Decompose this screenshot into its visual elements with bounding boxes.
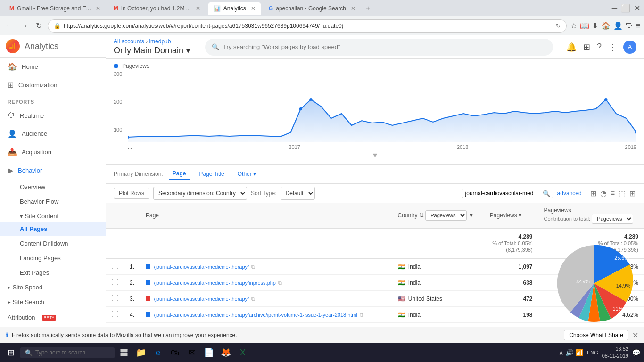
row2-page-link[interactable]: /journal-cardiovascular-medicine-therapy… xyxy=(154,280,276,286)
new-tab-button[interactable]: + xyxy=(363,3,373,14)
dim-option-page-title[interactable]: Page Title xyxy=(195,169,228,179)
start-button[interactable]: ⊞ xyxy=(4,346,18,360)
nav-behavior-flow[interactable]: Behavior Flow xyxy=(0,194,106,209)
choose-share-button[interactable]: Choose What I Share xyxy=(564,330,628,340)
taskbar-mail[interactable]: ✉ xyxy=(184,345,199,360)
url-bar[interactable]: 🔒 https://analytics.google.com/analytics… xyxy=(48,19,567,33)
help-icon[interactable]: ? xyxy=(597,42,602,52)
th-pageviews[interactable]: Pageviews ▾ xyxy=(484,203,538,228)
taskbar-store[interactable]: 🛍 xyxy=(167,345,182,360)
nav-site-content[interactable]: ▾ Site Content xyxy=(0,209,106,222)
table-search-icon[interactable]: 🔍 xyxy=(543,190,550,197)
user-avatar[interactable]: A xyxy=(623,41,636,54)
country-sort-icon[interactable]: ⇅ xyxy=(419,212,424,219)
row3-page-link[interactable]: /journal-cardiovascular-medicine-therapy… xyxy=(154,296,249,302)
row2-pageviews: 638 xyxy=(484,275,538,291)
tab-analytics[interactable]: 📊 Analytics ✕ xyxy=(208,2,261,15)
profile-icon[interactable]: 👤 xyxy=(613,21,623,30)
notification-icon[interactable]: 🔔 xyxy=(566,42,577,52)
advanced-link[interactable]: advanced xyxy=(557,190,582,197)
apps-icon[interactable]: ⊞ xyxy=(583,42,590,52)
table-search-bar[interactable]: 🔍 xyxy=(462,189,553,198)
comparison-view-icon[interactable]: ⬚ xyxy=(618,188,627,199)
row4-checkbox[interactable] xyxy=(112,311,118,317)
taskbar-file-explorer[interactable]: 📁 xyxy=(133,345,149,360)
dim-option-page[interactable]: Page xyxy=(169,168,190,180)
restore-button[interactable]: ⬜ xyxy=(621,4,630,13)
tab-google-close[interactable]: ✕ xyxy=(351,5,355,12)
table-view-icon[interactable]: ⊞ xyxy=(589,188,597,199)
dim-option-other[interactable]: Other ▾ xyxy=(234,169,260,179)
pageviews-sort-select[interactable]: Pageviews xyxy=(425,210,467,221)
tab-gmail-close[interactable]: ✕ xyxy=(96,5,100,12)
pie-view-icon[interactable]: ◔ xyxy=(599,188,608,199)
main-search-bar[interactable]: 🔍 xyxy=(205,39,553,56)
nav-realtime[interactable]: ⏱ Realtime xyxy=(0,107,106,124)
row4-page-link[interactable]: /journal-cardiovascular-medicine-therapy… xyxy=(154,312,357,318)
ga-logo xyxy=(6,39,20,53)
tab-analytics-close[interactable]: ✕ xyxy=(251,5,256,12)
property-dropdown-icon[interactable]: ▾ xyxy=(186,46,190,55)
tab-october-close[interactable]: ✕ xyxy=(196,5,200,12)
taskbar-search[interactable]: 🔍 xyxy=(20,347,115,358)
taskbar-file[interactable]: 📄 xyxy=(201,345,216,360)
tab-october[interactable]: M In October, you had 1.2M ... ✕ xyxy=(108,2,206,15)
tab-gmail[interactable]: M Gmail - Free Storage and E... ✕ xyxy=(4,2,106,15)
row3-checkbox[interactable] xyxy=(112,295,118,301)
nav-attribution[interactable]: Attribution BETA xyxy=(0,309,106,326)
star-icon[interactable]: ☆ xyxy=(570,21,577,30)
main-search-input[interactable] xyxy=(223,43,546,50)
home-icon[interactable]: 🏠 xyxy=(601,21,611,30)
close-window-button[interactable]: ✕ xyxy=(634,4,640,13)
menu-icon[interactable]: ≡ xyxy=(636,22,640,30)
nav-exit-pages[interactable]: Exit Pages xyxy=(0,265,106,280)
tab-google[interactable]: G apechallan - Google Search ✕ xyxy=(263,2,361,15)
taskbar-excel[interactable]: X xyxy=(235,345,250,360)
minimize-button[interactable]: ─ xyxy=(612,4,617,13)
row4-copy-icon[interactable]: ⧉ xyxy=(360,312,363,318)
nav-customization[interactable]: ⊞ Customization xyxy=(0,76,106,94)
nav-site-search[interactable]: ▸ Site Search xyxy=(0,295,106,309)
shield-icon[interactable]: 🛡 xyxy=(626,22,633,30)
nav-content-drilldown[interactable]: Content Drilldown xyxy=(0,236,106,251)
row3-copy-icon[interactable]: ⧉ xyxy=(251,296,255,302)
nav-audience[interactable]: 👤 Audience xyxy=(0,124,106,143)
nav-site-speed[interactable]: ▸ Site Speed xyxy=(0,280,106,295)
nav-behavior[interactable]: ▶ Behavior xyxy=(0,161,106,180)
row1-checkbox[interactable] xyxy=(112,263,118,269)
nav-home[interactable]: 🏠 Home xyxy=(0,58,106,76)
notification-close-button[interactable]: ✕ xyxy=(632,331,638,340)
sort-type-select[interactable]: Default xyxy=(281,187,315,200)
table-search-input[interactable] xyxy=(465,190,541,197)
pivot-view-icon[interactable]: ⊞ xyxy=(628,188,636,199)
nav-landing-pages[interactable]: Landing Pages xyxy=(0,251,106,265)
imedpub-link[interactable]: imedpub xyxy=(149,38,171,45)
row2-copy-icon[interactable]: ⧉ xyxy=(278,280,282,286)
sort-dir-icon[interactable]: ▼ xyxy=(469,212,474,219)
nav-all-pages[interactable]: All Pages xyxy=(0,222,106,236)
taskbar-firefox[interactable]: 🦊 xyxy=(218,345,233,360)
more-options-icon[interactable]: ⋮ xyxy=(608,42,617,52)
back-button[interactable]: ← xyxy=(4,20,15,32)
notifications-icon[interactable]: 💬 xyxy=(632,349,640,356)
forward-button[interactable]: → xyxy=(19,20,30,32)
row1-country-name: India xyxy=(408,263,421,270)
reader-icon[interactable]: 📖 xyxy=(580,21,589,30)
nav-overview[interactable]: Overview xyxy=(0,180,106,194)
tab-october-label: In October, you had 1.2M ... xyxy=(121,5,191,12)
chart-scroll-indicator[interactable]: ▾ xyxy=(114,150,636,160)
taskbar-edge[interactable]: e xyxy=(150,345,165,360)
row1-copy-icon[interactable]: ⧉ xyxy=(251,264,255,270)
download-icon[interactable]: ⬇ xyxy=(592,21,598,30)
row2-checkbox[interactable] xyxy=(112,279,118,285)
reload-button[interactable]: ↻ xyxy=(34,19,44,32)
taskbar-task-view[interactable] xyxy=(116,345,132,360)
plot-rows-button[interactable]: Plot Rows xyxy=(114,188,149,199)
bar-view-icon[interactable]: ≡ xyxy=(610,188,616,199)
nav-acquisition[interactable]: 📥 Acquisition xyxy=(0,143,106,161)
contribution-select[interactable]: Pageviews xyxy=(592,214,633,224)
secondary-dimension-select[interactable]: Secondary dimension: Country xyxy=(153,187,247,200)
taskbar-search-input[interactable] xyxy=(35,349,101,356)
all-accounts-link[interactable]: All accounts xyxy=(114,38,144,45)
row1-page-link[interactable]: /journal-cardiovascular-medicine-therapy… xyxy=(154,264,249,270)
